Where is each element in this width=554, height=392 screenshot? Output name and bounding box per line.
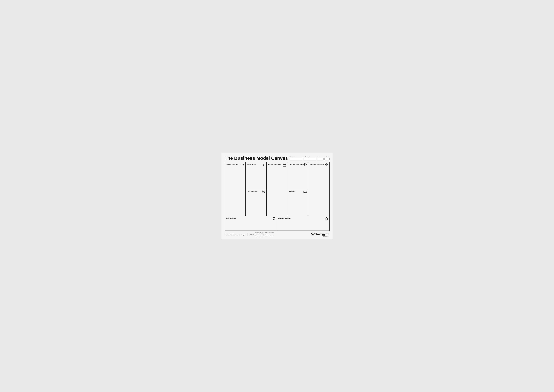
footer: Copyright Strategyzer AG The makers of B… [225,232,330,237]
svg-text:$: $ [326,218,326,220]
key-resources-section[interactable]: Key Resources [246,189,266,216]
designed-for-label: Designed for: [290,156,303,157]
cc-by-icon: BY [251,234,253,235]
cr-channels-column: Customer Relationships Channels [287,162,308,216]
channels-title: Channels [289,190,295,192]
business-model-canvas: Key Partnerships Key Activities [225,162,330,231]
designed-by-field: Designed by: [304,156,316,160]
footer-subtitle-prefix: The makers of [225,235,230,236]
revenue-streams-title: Revenue Streams [278,217,291,219]
cost-structure-title: Cost Structure [226,217,236,219]
designed-by-label: Designed by: [304,156,316,157]
copyright-text: Copyright Strategyzer AG [225,234,234,234]
footer-book2: Strategyzer [241,235,245,236]
designed-for-field: Designed for: [290,156,303,160]
svg-rect-4 [262,191,263,191]
canvas-bottom-area: Cost Structure Revenue Streams [225,216,329,231]
strategyzer-logo: Strategyzer [311,232,329,236]
revenue-streams-section[interactable]: Revenue Streams $ [277,216,329,231]
svg-rect-2 [263,191,263,192]
designed-by-input[interactable] [304,158,316,160]
key-partnerships-icon [241,163,244,167]
customer-segments-section[interactable]: Customer Segments [308,162,329,216]
channels-icon [303,190,307,194]
cost-structure-icon [272,217,276,221]
value-propositions-section[interactable]: Value Propositions [267,162,287,216]
footer-right: Strategyzer strategyzer.com [311,232,329,237]
revenue-streams-icon: $ [325,217,328,221]
header-fields: Designed for: Designed by: Date: Version… [290,156,330,161]
key-activities-section[interactable]: Key Activities [246,162,266,189]
key-partnerships-title: Key Partnerships [226,163,238,165]
value-propositions-icon [283,163,286,167]
key-activities-title: Key Activities [247,163,256,165]
value-propositions-title: Value Propositions [268,163,281,165]
page: The Business Model Canvas Designed for: … [221,153,333,240]
brand-name: Strategyzer [314,232,329,236]
svg-rect-0 [262,191,264,193]
designed-for-input[interactable] [290,158,303,160]
header: The Business Model Canvas Designed for: … [225,156,330,161]
svg-rect-1 [262,191,263,192]
footer-book1: Business Model Generation [230,235,239,236]
cc-icons: © BY SA [250,234,255,235]
version-label: Version: [324,156,329,157]
cc-sa-icon: SA [253,234,255,235]
footer-license-text: This work is licensed under the Creative… [255,232,275,237]
page-title: The Business Model Canvas [225,156,288,161]
key-resources-title: Key Resources [247,190,257,192]
date-field: Date: [317,156,324,160]
key-activities-icon [262,163,265,167]
svg-rect-10 [304,191,306,192]
svg-point-14 [325,163,327,165]
footer-subtitle-mid: and [239,235,241,236]
cc-icon: © [250,234,251,235]
cost-structure-section[interactable]: Cost Structure [225,216,277,231]
customer-relationships-icon [303,163,307,167]
svg-rect-3 [263,192,263,193]
key-partnerships-section[interactable]: Key Partnerships [225,162,246,216]
footer-divider [247,233,248,236]
svg-point-17 [274,218,274,218]
svg-point-6 [264,191,265,191]
svg-point-21 [311,233,313,235]
customer-relationships-section[interactable]: Customer Relationships [287,162,308,189]
footer-copyright: Copyright Strategyzer AG The makers of B… [225,234,245,236]
date-input[interactable] [317,158,324,160]
version-field: Version: [324,156,329,160]
footer-left: Copyright Strategyzer AG The makers of B… [225,232,275,237]
canvas-main-area: Key Partnerships Key Activities [225,162,329,216]
version-input[interactable] [324,158,329,160]
customer-segments-icon [325,163,328,167]
customer-relationships-title: Customer Relationships [289,163,305,165]
key-resources-icon [262,190,265,194]
activities-resources-column: Key Activities Key Resources [246,162,267,216]
brand-url: strategyzer.com [323,236,329,237]
strategyzer-logo-icon [311,233,314,235]
footer-cc: © BY SA This work is licensed under the … [250,232,275,237]
customer-segments-title: Customer Segments [310,163,324,165]
date-label: Date: [317,156,324,157]
channels-section[interactable]: Channels [287,189,308,216]
svg-point-15 [326,164,327,165]
